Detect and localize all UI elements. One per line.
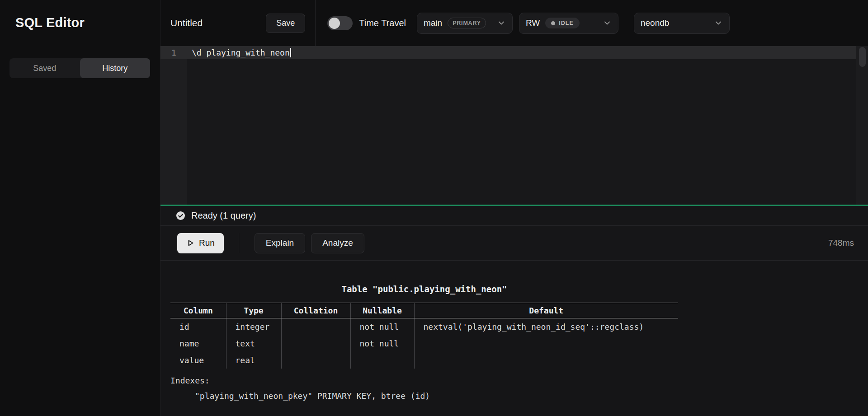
results-content: Table "public.playing_with_neon" ColumnT… — [170, 284, 678, 401]
explain-button[interactable]: Explain — [255, 233, 305, 253]
table-cell — [414, 335, 678, 352]
text-cursor — [290, 48, 291, 57]
play-icon — [186, 239, 194, 247]
table-body: idintegernot nullnextval('playing_with_n… — [170, 318, 678, 369]
primary-badge: PRIMARY — [448, 18, 486, 28]
status-message: Ready (1 query) — [191, 210, 256, 221]
code-line: \d playing_with_neon — [187, 48, 291, 57]
chevron-down-icon — [714, 19, 723, 28]
branch-selector[interactable]: main PRIMARY — [417, 13, 513, 34]
save-button[interactable]: Save — [266, 14, 305, 33]
compute-selector[interactable]: RW IDLE — [519, 13, 618, 34]
column-header: Collation — [281, 303, 350, 318]
table-row: valuereal — [170, 352, 678, 369]
table-cell: id — [170, 318, 226, 336]
column-header: Type — [226, 303, 281, 318]
table-cell: name — [170, 335, 226, 352]
table-cell: text — [226, 335, 281, 352]
column-header: Nullable — [350, 303, 414, 318]
check-circle-icon — [176, 211, 185, 220]
column-header: Default — [414, 303, 678, 318]
database-name: neondb — [641, 18, 669, 28]
table-cell: not null — [350, 318, 414, 336]
results-table: ColumnTypeCollationNullableDefault idint… — [170, 303, 678, 369]
toggle-knob — [329, 18, 340, 29]
line-number: 1 — [160, 48, 187, 57]
query-duration: 748ms — [828, 238, 854, 248]
analyze-button[interactable]: Analyze — [311, 233, 364, 253]
tab-history[interactable]: History — [80, 58, 151, 78]
table-cell — [281, 352, 350, 369]
editor-scrollbar-track — [856, 46, 868, 205]
indexes-list: "playing_with_neon_pkey" PRIMARY KEY, bt… — [170, 391, 678, 401]
table-cell: real — [226, 352, 281, 369]
compute-label: RW — [526, 18, 540, 28]
database-selector[interactable]: neondb — [634, 13, 730, 34]
code-text: \d playing_with_neon — [192, 48, 290, 57]
status-dot-icon — [551, 21, 555, 25]
compute-status-badge: IDLE — [545, 18, 579, 28]
table-cell: nextval('playing_with_neon_id_seq'::regc… — [414, 318, 678, 336]
results-table-title: Table "public.playing_with_neon" — [170, 284, 678, 294]
status-bar: Ready (1 query) — [160, 206, 868, 226]
sidebar: SQL Editor Saved History — [0, 0, 160, 416]
editor-scrollbar-thumb[interactable] — [859, 47, 866, 67]
editor-active-line: 1 \d playing_with_neon — [160, 46, 868, 59]
table-cell: value — [170, 352, 226, 369]
tab-saved[interactable]: Saved — [9, 58, 80, 78]
table-cell — [281, 335, 350, 352]
branch-name: main — [424, 18, 442, 28]
topbar-divider — [315, 0, 316, 46]
run-label: Run — [199, 238, 215, 248]
table-cell — [350, 352, 414, 369]
time-travel-label: Time Travel — [359, 18, 406, 28]
table-cell: not null — [350, 335, 414, 352]
page-title: SQL Editor — [0, 0, 160, 30]
table-cell — [414, 352, 678, 369]
table-cell — [281, 318, 350, 336]
query-name[interactable]: Untitled — [170, 18, 203, 28]
run-button[interactable]: Run — [177, 233, 224, 253]
sql-editor-app: SQL Editor Saved History Untitled Save T… — [0, 0, 868, 416]
indexes-label: Indexes: — [170, 376, 678, 385]
table-row: nametextnot null — [170, 335, 678, 352]
query-toolbar: Run Explain Analyze 748ms — [160, 226, 868, 261]
table-row: idintegernot nullnextval('playing_with_n… — [170, 318, 678, 336]
toolbar-divider — [239, 233, 239, 253]
column-header: Column — [170, 303, 226, 318]
results-panel: Table "public.playing_with_neon" ColumnT… — [160, 261, 868, 416]
editor-gutter — [160, 46, 187, 205]
main-panel: Untitled Save Time Travel main PRIMARY R… — [160, 0, 868, 416]
table-header-row: ColumnTypeCollationNullableDefault — [170, 303, 678, 318]
topbar: Untitled Save Time Travel main PRIMARY R… — [160, 0, 868, 46]
time-travel-toggle[interactable] — [327, 16, 353, 30]
chevron-down-icon — [497, 19, 506, 28]
table-cell: integer — [226, 318, 281, 336]
chevron-down-icon — [603, 19, 612, 28]
code-editor[interactable]: 1 \d playing_with_neon — [160, 46, 868, 205]
segmented-control: Saved History — [9, 58, 150, 78]
index-line: "playing_with_neon_pkey" PRIMARY KEY, bt… — [170, 391, 678, 401]
compute-status: IDLE — [559, 20, 573, 26]
